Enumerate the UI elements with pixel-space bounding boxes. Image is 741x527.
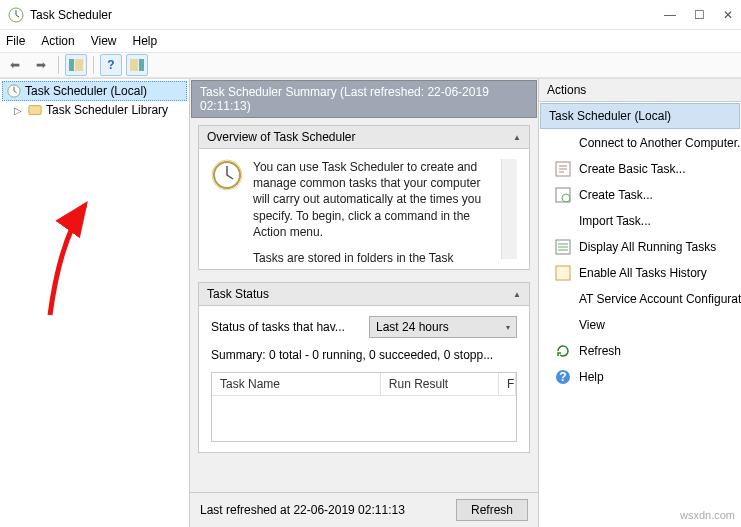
import-icon xyxy=(555,213,571,229)
navigation-tree: Task Scheduler (Local) ▷ Task Scheduler … xyxy=(0,79,190,527)
library-icon xyxy=(28,103,42,117)
task-status-title: Task Status xyxy=(207,287,269,301)
action-label: Help xyxy=(579,370,604,384)
action-enable-history[interactable]: Enable All Tasks History xyxy=(539,260,741,286)
scheduler-icon xyxy=(8,7,24,23)
action-at-service-config[interactable]: AT Service Account Configuration xyxy=(539,286,741,312)
action-connect-computer[interactable]: Connect to Another Computer... xyxy=(539,130,741,156)
menu-bar: File Action View Help xyxy=(0,30,741,52)
action-create-basic-task[interactable]: Create Basic Task... xyxy=(539,156,741,182)
help-button[interactable]: ? xyxy=(100,54,122,76)
action-create-task[interactable]: Create Task... xyxy=(539,182,741,208)
menu-view[interactable]: View xyxy=(91,34,117,48)
col-task-name[interactable]: Task Name xyxy=(212,373,381,395)
action-label: AT Service Account Configuration xyxy=(579,292,741,306)
svg-rect-1 xyxy=(69,59,74,71)
col-run-result[interactable]: Run Result xyxy=(381,373,499,395)
action-label: Enable All Tasks History xyxy=(579,266,707,280)
svg-rect-13 xyxy=(556,266,570,280)
svg-rect-4 xyxy=(139,59,144,71)
refresh-icon xyxy=(555,343,571,359)
svg-rect-6 xyxy=(29,106,41,115)
show-hide-console-button[interactable] xyxy=(65,54,87,76)
maximize-button[interactable]: ☐ xyxy=(694,8,705,22)
action-display-running[interactable]: Display All Running Tasks xyxy=(539,234,741,260)
chevron-down-icon: ▾ xyxy=(506,323,510,332)
minimize-button[interactable]: — xyxy=(664,8,676,22)
status-period-value: Last 24 hours xyxy=(376,320,449,334)
action-label: Import Task... xyxy=(579,214,651,228)
actions-pane-title: Actions xyxy=(539,79,741,102)
at-config-icon xyxy=(555,291,571,307)
status-summary-text: Summary: 0 total - 0 running, 0 succeede… xyxy=(211,348,517,362)
scrollbar[interactable] xyxy=(501,159,517,259)
back-button[interactable]: ⬅ xyxy=(4,54,26,76)
collapse-icon[interactable]: ▲ xyxy=(513,133,521,142)
tree-item-label: Task Scheduler Library xyxy=(46,103,168,117)
action-label: Create Task... xyxy=(579,188,653,202)
task-icon xyxy=(555,187,571,203)
overview-title: Overview of Task Scheduler xyxy=(207,130,356,144)
show-action-pane-button[interactable] xyxy=(126,54,148,76)
summary-header: Task Scheduler Summary (Last refreshed: … xyxy=(191,80,537,118)
help-icon: ? xyxy=(555,369,571,385)
tree-item-library[interactable]: ▷ Task Scheduler Library xyxy=(2,101,187,119)
clock-icon xyxy=(211,159,243,191)
title-bar: Task Scheduler — ☐ ✕ xyxy=(0,0,741,30)
action-import-task[interactable]: Import Task... xyxy=(539,208,741,234)
collapse-icon[interactable]: ▲ xyxy=(513,290,521,299)
toolbar-separator xyxy=(93,56,94,74)
svg-text:?: ? xyxy=(559,370,566,384)
summary-footer: Last refreshed at 22-06-2019 02:11:13 Re… xyxy=(190,492,538,527)
close-button[interactable]: ✕ xyxy=(723,8,733,22)
action-help[interactable]: ? Help xyxy=(539,364,741,390)
svg-point-11 xyxy=(562,194,570,202)
running-icon xyxy=(555,239,571,255)
toolbar-separator xyxy=(58,56,59,74)
overview-text: You can use Task Scheduler to create and… xyxy=(253,159,491,240)
menu-file[interactable]: File xyxy=(6,34,25,48)
action-label: Refresh xyxy=(579,344,621,358)
menu-action[interactable]: Action xyxy=(41,34,74,48)
menu-help[interactable]: Help xyxy=(133,34,158,48)
action-view[interactable]: View xyxy=(539,312,741,338)
status-period-label: Status of tasks that hav... xyxy=(211,320,361,334)
expand-icon[interactable]: ▷ xyxy=(14,105,24,116)
window-title: Task Scheduler xyxy=(30,8,664,22)
status-period-select[interactable]: Last 24 hours ▾ xyxy=(369,316,517,338)
tree-root-label: Task Scheduler (Local) xyxy=(25,84,147,98)
tree-root-task-scheduler[interactable]: Task Scheduler (Local) xyxy=(2,81,187,101)
connect-icon xyxy=(555,135,571,151)
action-label: View xyxy=(579,318,605,332)
col-extra[interactable]: F xyxy=(499,373,516,395)
action-label: Create Basic Task... xyxy=(579,162,686,176)
action-refresh[interactable]: Refresh xyxy=(539,338,741,364)
svg-rect-2 xyxy=(75,59,83,71)
watermark: wsxdn.com xyxy=(680,509,735,521)
actions-context-header: Task Scheduler (Local) xyxy=(540,103,740,129)
forward-button[interactable]: ➡ xyxy=(30,54,52,76)
toolbar: ⬅ ➡ ? xyxy=(0,52,741,78)
status-table: Task Name Run Result F xyxy=(211,372,517,442)
basic-task-icon xyxy=(555,161,571,177)
summary-pane: Task Scheduler Summary (Last refreshed: … xyxy=(190,79,539,527)
history-icon xyxy=(555,265,571,281)
action-label: Display All Running Tasks xyxy=(579,240,716,254)
overview-group: Overview of Task Scheduler ▲ You can use… xyxy=(198,125,530,270)
overview-text-2: Tasks are stored in folders in the Task xyxy=(253,250,491,266)
view-icon xyxy=(555,317,571,333)
task-status-group: Task Status ▲ Status of tasks that hav..… xyxy=(198,282,530,453)
actions-pane: Actions Task Scheduler (Local) Connect t… xyxy=(539,79,741,527)
action-label: Connect to Another Computer... xyxy=(579,136,741,150)
svg-rect-3 xyxy=(130,59,138,71)
last-refreshed-text: Last refreshed at 22-06-2019 02:11:13 xyxy=(200,503,405,517)
scheduler-icon xyxy=(7,84,21,98)
refresh-button[interactable]: Refresh xyxy=(456,499,528,521)
